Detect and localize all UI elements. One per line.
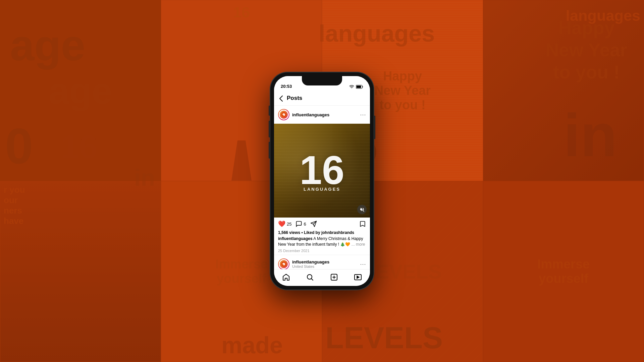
second-username: influentlanguages <box>292 259 329 264</box>
avatar-logo <box>280 111 288 119</box>
liked-text: Liked by johnbrashbrands <box>304 230 354 235</box>
bookmark-icon <box>359 221 366 227</box>
caption: influentlanguages A Merry Christmas & Ha… <box>278 236 366 247</box>
wifi-icon <box>349 85 354 89</box>
bg-cell-4: r you our ners have <box>0 181 161 362</box>
second-avatar <box>278 258 289 269</box>
bottom-nav <box>274 269 370 286</box>
views-text: 1,566 views <box>278 230 300 235</box>
caption-username: influentlanguages <box>278 236 313 241</box>
bg-cell-7: Immerse yourself <box>483 181 644 362</box>
avatar-inner <box>279 110 289 120</box>
battery-icon <box>356 85 363 89</box>
nav-home[interactable] <box>279 270 293 284</box>
phone-body: 20:53 <box>270 72 374 290</box>
nav-bar: Posts <box>274 91 370 106</box>
mute-button[interactable] <box>357 205 367 214</box>
more-link[interactable]: ... more <box>352 242 365 247</box>
nav-reels[interactable] <box>351 270 365 284</box>
post-header: influentlanguages ⋯ <box>274 106 370 124</box>
comment-action[interactable]: 6 <box>296 221 306 227</box>
reels-icon <box>354 273 362 281</box>
comment-icon <box>296 221 302 227</box>
bookmark-action[interactable] <box>359 221 366 227</box>
svg-point-3 <box>283 114 284 115</box>
second-location: United States <box>292 264 329 268</box>
phone-screen: 20:53 <box>274 76 370 286</box>
like-count: 25 <box>287 222 291 227</box>
bg-cell-0: age <box>0 0 161 181</box>
plus-square-icon <box>330 273 338 281</box>
share-icon <box>310 221 317 227</box>
second-post-user-info: influentlanguages United States <box>292 259 329 268</box>
share-action[interactable] <box>310 221 317 227</box>
nav-search[interactable] <box>303 270 317 284</box>
nav-title: Posts <box>287 95 302 102</box>
phone-container: 20:53 <box>270 72 374 290</box>
post-number: 16 <box>300 150 344 190</box>
second-post-header: influentlanguages United States ⋯ <box>274 255 370 269</box>
back-button[interactable] <box>279 94 283 102</box>
status-icons <box>349 85 363 89</box>
second-avatar-logo <box>280 260 288 268</box>
avatar <box>278 109 289 120</box>
post-image: 16 LANGUAGES <box>274 124 370 218</box>
second-post-more[interactable]: ⋯ <box>360 260 366 268</box>
svg-rect-1 <box>357 86 361 88</box>
post-subtitle: LANGUAGES <box>304 187 340 192</box>
comment-count: 6 <box>304 222 306 227</box>
phone-notch <box>302 76 342 85</box>
post-username: influentlanguages <box>292 112 329 117</box>
svg-point-6 <box>283 263 284 265</box>
post-more-button[interactable]: ⋯ <box>360 111 366 118</box>
heart-icon: ❤️ <box>278 220 285 228</box>
post-meta: 1,566 views • Liked by johnbrashbrands i… <box>274 230 370 255</box>
post-actions-left: ❤️ 25 6 <box>278 220 317 228</box>
search-icon <box>306 273 314 281</box>
bg-cell-3: languages <box>483 0 644 181</box>
status-time: 20:53 <box>281 84 292 89</box>
post-actions: ❤️ 25 6 <box>274 218 370 230</box>
post-area[interactable]: influentlanguages ⋯ 16 LANGUAGES <box>274 106 370 269</box>
second-post-header-left: influentlanguages United States <box>278 258 329 269</box>
home-icon <box>282 273 290 281</box>
post-date: 25 December 2021 <box>278 249 366 253</box>
views-liked: 1,566 views • Liked by johnbrashbrands <box>278 230 366 235</box>
nav-create[interactable] <box>327 270 341 284</box>
post-header-left: influentlanguages <box>278 109 329 120</box>
like-action[interactable]: ❤️ 25 <box>278 220 291 228</box>
second-avatar-inner <box>279 259 289 269</box>
